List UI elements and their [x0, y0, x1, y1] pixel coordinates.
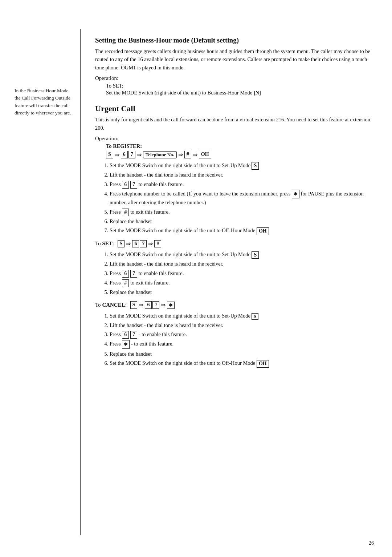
key-6-register: 6 — [121, 151, 128, 158]
arrow4: ⇒ — [193, 151, 197, 158]
key-s-register: S — [106, 151, 113, 158]
arrow-set2: ⇒ — [148, 240, 153, 247]
set-step-4: Press # to exit this feature. — [110, 279, 374, 287]
key-6-cancel: 6 — [145, 301, 152, 309]
business-hour-title: Setting the Business-Hour mode (Default … — [95, 36, 374, 44]
key-6-cancel-step3: 6 — [122, 331, 129, 339]
key-oh-cancel-step6: OH — [257, 360, 269, 368]
key-s-set-step1: S — [252, 251, 259, 259]
key-7-step3: 7 — [130, 181, 137, 189]
key-s-set: S — [118, 240, 125, 248]
cancel-step-5: Replace the handset — [110, 350, 374, 358]
business-hour-body: The recorded message greets callers duri… — [95, 47, 374, 72]
sidebar-text: In the Business Hour Mode the Call Forwa… — [15, 87, 73, 117]
key-s-cancel-step1: S — [252, 313, 258, 320]
telephone-no-box: Telephone No. — [143, 151, 177, 158]
register-step-6: Replace the handset — [110, 217, 374, 225]
cancel-formula-line: To CANCEL: S ⇒ 6 7 ⇒ ✱ — [95, 301, 374, 309]
business-hour-operation-label: Operation: — [95, 75, 374, 81]
arrow3: ⇒ — [178, 151, 183, 158]
arrow-cancel1: ⇒ — [139, 302, 143, 308]
key-star-cancel-step4: ✱ — [122, 340, 130, 349]
key-6-step3: 6 — [122, 181, 129, 189]
key-7-set: 7 — [140, 240, 147, 248]
set-formula-line: To SET: S ⇒ 6 7 ⇒ # — [95, 240, 374, 248]
page-number: 26 — [369, 540, 374, 546]
register-step-5: Press # to exit this feature. — [110, 208, 374, 216]
key-7-register: 7 — [128, 151, 135, 158]
key-hash-step5: # — [122, 209, 129, 216]
cancel-step-1: Set the MODE Switch on the right side of… — [110, 312, 374, 320]
key-oh-register: OH — [199, 151, 211, 158]
key-6-set: 6 — [132, 240, 139, 248]
mode-n-key: [N] — [254, 90, 261, 96]
register-steps-list: Set the MODE Switch on the right side of… — [110, 161, 374, 235]
arrow1: ⇒ — [115, 151, 119, 158]
business-hour-to-set-text: Set the MODE Switch (right side of the u… — [106, 90, 374, 96]
arrow2: ⇒ — [137, 151, 142, 158]
key-hash-set-step4: # — [122, 279, 129, 287]
urgent-call-body: This is only for urgent calls and the ca… — [95, 116, 374, 132]
cancel-step-3: Press 6 7 - to enable this feature. — [110, 330, 374, 339]
main-content: Setting the Business-Hour mode (Default … — [81, 29, 392, 535]
cancel-steps-list: Set the MODE Switch on the right side of… — [110, 312, 374, 367]
arrow-cancel2: ⇒ — [161, 302, 166, 308]
key-hash-set: # — [154, 240, 161, 248]
urgent-call-title: Urgent Call — [95, 104, 374, 113]
key-7-set-step3: 7 — [130, 270, 137, 278]
business-hour-to-set-label: To SET: — [106, 83, 374, 89]
key-star-cancel: ✱ — [167, 302, 175, 309]
register-formula: S ⇒ 6 7 ⇒ Telephone No. ⇒ # ⇒ OH — [106, 151, 374, 158]
set-steps-list: Set the MODE Switch on the right side of… — [110, 250, 374, 296]
key-s-cancel: S — [130, 301, 138, 309]
to-cancel-section: To CANCEL: S ⇒ 6 7 ⇒ ✱ Set the MODE Swit… — [95, 301, 374, 367]
cancel-step-2: Lift the handset - the dial tone is hear… — [110, 321, 374, 329]
cancel-step-6: Set the MODE Switch on the right side of… — [110, 359, 374, 367]
set-step-1: Set the MODE Switch on the right side of… — [110, 250, 374, 259]
to-register-label: To REGISTER: — [106, 143, 374, 149]
cancel-step-4: Press ✱ - to exit this feature. — [110, 340, 374, 349]
to-set-text-label: To SET: — [95, 241, 115, 247]
sidebar: In the Business Hour Mode the Call Forwa… — [0, 29, 80, 535]
key-7-cancel-step3: 7 — [130, 331, 137, 339]
set-step-3: Press 6 7 to enable this feature. — [110, 269, 374, 278]
register-step-4: Press telephone number to be called (If … — [110, 190, 374, 207]
key-7-cancel: 7 — [152, 301, 159, 309]
to-set-section: To SET: S ⇒ 6 7 ⇒ # Set the MODE Switch … — [95, 240, 374, 296]
key-6-set-step3: 6 — [122, 270, 129, 278]
urgent-operation-label: Operation: — [95, 136, 374, 142]
register-step-7: Set the MODE Switch on the right side of… — [110, 226, 374, 235]
register-step-3: Press 6 7 to enable this feature. — [110, 180, 374, 189]
set-step-2: Lift the handset - the dial tone is hear… — [110, 260, 374, 268]
to-cancel-text-label: To CANCEL: — [95, 302, 128, 308]
arrow-set1: ⇒ — [126, 240, 131, 247]
key-s-step1: S — [252, 162, 259, 170]
register-step-1: Set the MODE Switch on the right side of… — [110, 161, 374, 170]
register-step-2: Lift the handset - the dial tone is hear… — [110, 171, 374, 179]
key-hash-register: # — [184, 151, 191, 158]
key-star-step4: ✱ — [292, 190, 299, 198]
set-step-5: Replace the handset — [110, 288, 374, 296]
key-oh-step7: OH — [257, 227, 269, 235]
